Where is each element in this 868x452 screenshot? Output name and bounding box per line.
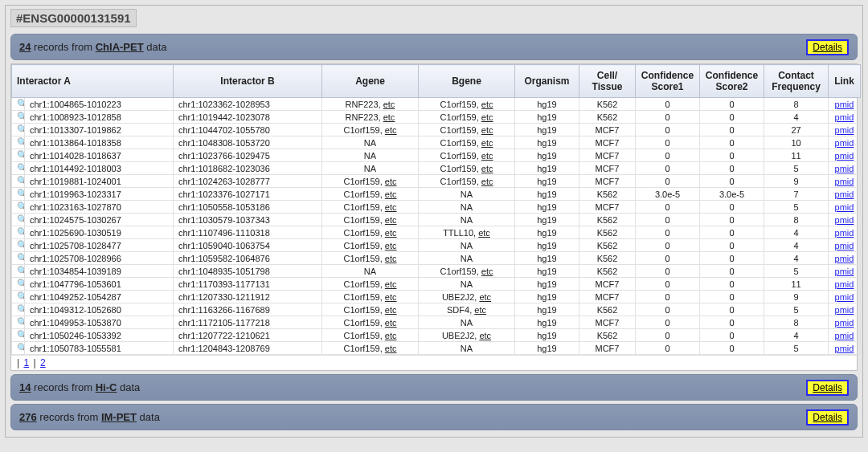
magnifier-icon[interactable]: 🔍	[17, 189, 25, 199]
magnifier-icon[interactable]: 🔍	[17, 163, 25, 173]
impet-prefix: records from	[39, 411, 98, 423]
etc-link[interactable]: etc	[481, 138, 493, 148]
pmid-link[interactable]: pmid	[835, 241, 854, 250]
pmid-link[interactable]: pmid	[835, 189, 854, 199]
etc-link[interactable]: etc	[481, 151, 493, 161]
cell-freq: 5	[764, 201, 829, 214]
pmid-link[interactable]: pmid	[835, 305, 854, 315]
magnifier-icon[interactable]: 🔍	[17, 253, 25, 263]
etc-link[interactable]: etc	[481, 177, 493, 186]
etc-link[interactable]: etc	[474, 305, 486, 315]
pmid-link[interactable]: pmid	[835, 279, 854, 289]
pmid-link[interactable]: pmid	[835, 177, 854, 186]
details-button-impet[interactable]: Details	[806, 409, 849, 426]
etc-link[interactable]: etc	[385, 279, 397, 289]
magnifier-icon[interactable]: 🔍	[17, 279, 25, 289]
cell-conf2: 0	[700, 239, 764, 252]
th-organism[interactable]: Organism	[515, 65, 579, 98]
etc-link[interactable]: etc	[479, 292, 491, 302]
pmid-link[interactable]: pmid	[835, 151, 854, 161]
magnifier-icon[interactable]: 🔍	[17, 202, 25, 212]
pmid-link[interactable]: pmid	[835, 344, 854, 353]
magnifier-icon[interactable]: 🔍	[17, 304, 25, 315]
etc-link[interactable]: etc	[481, 125, 493, 135]
pager-page-1[interactable]: 1	[23, 357, 29, 369]
cell-link: pmid	[829, 214, 861, 226]
etc-link[interactable]: etc	[385, 241, 397, 250]
pmid-link[interactable]: pmid	[835, 202, 854, 212]
etc-link[interactable]: etc	[385, 228, 397, 238]
pager-page-2[interactable]: 2	[40, 357, 46, 369]
etc-link[interactable]: etc	[385, 292, 397, 302]
cell-interactor-b: chr1:1023766-1029475	[174, 149, 322, 162]
magnifier-icon[interactable]: 🔍	[17, 343, 25, 353]
th-cell-tissue[interactable]: Cell/ Tissue	[579, 65, 636, 98]
pmid-link[interactable]: pmid	[835, 138, 854, 148]
etc-link[interactable]: etc	[385, 344, 397, 353]
etc-link[interactable]: etc	[385, 215, 397, 225]
cell-organism: hg19	[515, 265, 579, 278]
etc-link[interactable]: etc	[383, 112, 395, 122]
etc-link[interactable]: etc	[385, 189, 397, 199]
etc-link[interactable]: etc	[385, 318, 397, 328]
cell-interactor-b: chr1:1170393-1177131	[174, 278, 322, 291]
cell-conf1: 0	[636, 149, 700, 162]
pmid-link[interactable]: pmid	[835, 292, 854, 302]
magnifier-icon[interactable]: 🔍	[17, 176, 25, 186]
th-bgene[interactable]: Bgene	[419, 65, 515, 98]
th-agene[interactable]: Agene	[322, 65, 419, 98]
magnifier-icon[interactable]: 🔍	[17, 330, 25, 340]
magnifier-icon[interactable]: 🔍	[17, 99, 25, 109]
pmid-link[interactable]: pmid	[835, 254, 854, 263]
pmid-link[interactable]: pmid	[835, 125, 854, 135]
etc-link[interactable]: etc	[385, 202, 397, 212]
th-interactor-b[interactable]: Interactor B	[174, 65, 322, 98]
hic-suffix: data	[120, 381, 140, 393]
magnifier-icon[interactable]: 🔍	[17, 214, 25, 225]
etc-link[interactable]: etc	[478, 228, 490, 238]
etc-link[interactable]: etc	[481, 100, 493, 109]
etc-link[interactable]: etc	[481, 112, 493, 122]
etc-link[interactable]: etc	[385, 254, 397, 263]
details-button-chia[interactable]: Details	[806, 39, 849, 55]
cell-bgene: NA	[419, 201, 515, 214]
pmid-link[interactable]: pmid	[835, 112, 854, 122]
th-contact-freq[interactable]: Contact Frequency	[764, 65, 829, 98]
etc-link[interactable]: etc	[385, 177, 397, 186]
th-conf1[interactable]: Confidence Score1	[636, 65, 700, 98]
magnifier-icon[interactable]: 🔍	[17, 240, 25, 250]
magnifier-icon[interactable]: 🔍	[17, 266, 25, 276]
th-conf2[interactable]: Confidence Score2	[700, 65, 764, 98]
cell-cell-tissue: MCF7	[579, 162, 636, 175]
table-row: 🔍chr1:1025708-1028477chr1:1059040-106375…	[12, 239, 861, 252]
etc-link[interactable]: etc	[481, 267, 493, 276]
etc-link[interactable]: etc	[383, 100, 395, 109]
pmid-link[interactable]: pmid	[835, 267, 854, 276]
th-interactor-a[interactable]: Interactor A	[12, 65, 174, 98]
etc-link[interactable]: etc	[385, 331, 397, 340]
pmid-link[interactable]: pmid	[835, 100, 854, 109]
cell-conf2: 0	[700, 329, 764, 342]
cell-freq: 9	[764, 175, 829, 188]
magnifier-icon[interactable]: 🔍	[17, 227, 25, 238]
pmid-link[interactable]: pmid	[835, 228, 854, 238]
magnifier-icon[interactable]: 🔍	[17, 137, 25, 148]
pmid-link[interactable]: pmid	[835, 318, 854, 328]
pmid-link[interactable]: pmid	[835, 331, 854, 340]
pmid-link[interactable]: pmid	[835, 215, 854, 225]
etc-link[interactable]: etc	[479, 331, 491, 340]
etc-link[interactable]: etc	[385, 125, 397, 135]
magnifier-icon[interactable]: 🔍	[17, 317, 25, 328]
magnifier-icon[interactable]: 🔍	[17, 291, 25, 302]
etc-link[interactable]: etc	[481, 164, 493, 173]
etc-link[interactable]: etc	[385, 305, 397, 315]
magnifier-icon[interactable]: 🔍	[17, 124, 25, 135]
magnifier-icon[interactable]: 🔍	[17, 112, 25, 122]
th-link[interactable]: Link	[829, 65, 861, 98]
details-button-hic[interactable]: Details	[806, 380, 849, 396]
magnifier-icon[interactable]: 🔍	[17, 150, 25, 161]
cell-organism: hg19	[515, 291, 579, 303]
cell-conf2: 0	[700, 291, 764, 303]
cell-freq: 4	[764, 111, 829, 124]
pmid-link[interactable]: pmid	[835, 164, 854, 173]
